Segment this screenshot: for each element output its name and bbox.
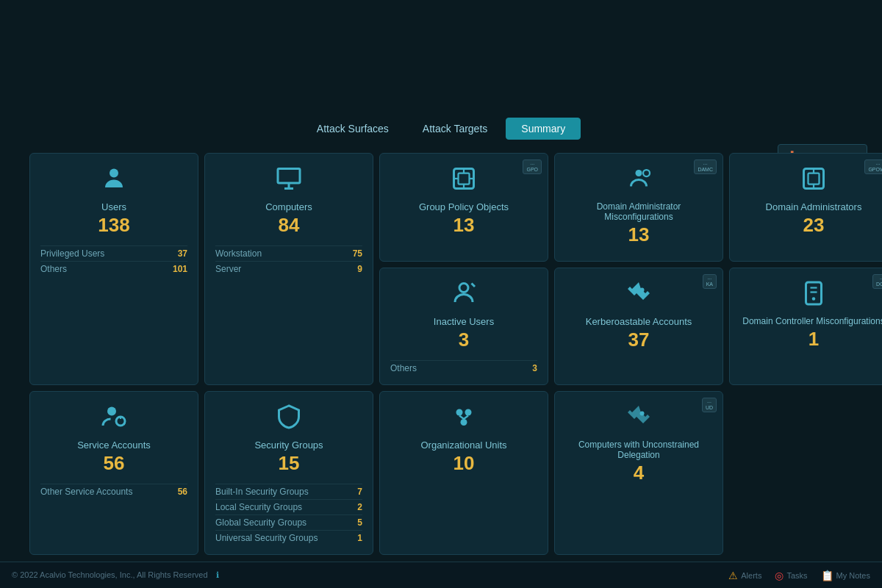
gpo-icon: [451, 165, 477, 197]
card-computers[interactable]: Computers 84 Workstation 75 Server 9: [204, 153, 373, 385]
card-users-rows: Privileged Users 37 Others 101: [40, 245, 187, 276]
card-gpo-count: 13: [453, 214, 475, 237]
card-dc-misconfig[interactable]: ··· DCM Domain Controller Misconfigurati…: [729, 268, 882, 385]
domain-admins-icon: [800, 165, 827, 197]
card-kerb-count: 37: [628, 329, 650, 351]
svg-rect-19: [806, 282, 822, 304]
svg-point-20: [812, 297, 816, 301]
card-sg-count: 15: [279, 452, 300, 475]
card-dcm-count: 1: [808, 328, 819, 351]
gpo-badge: ··· GPO: [523, 159, 542, 174]
card-dcm-title: Domain Controller Misconfigurations: [742, 316, 882, 326]
ou-icon: [451, 404, 477, 435]
card-row-value: 5: [357, 517, 362, 528]
card-users[interactable]: Users 138 Privileged Users 37 Others 101: [29, 153, 198, 385]
card-row-label: Server: [215, 264, 241, 274]
card-security-groups[interactable]: Security Groups 15 Built-In Security Gro…: [204, 391, 373, 555]
card-inactive-title: Inactive Users: [434, 316, 494, 327]
card-row: Others 3: [390, 360, 537, 376]
card-row-value: 7: [357, 487, 362, 497]
svg-rect-5: [459, 173, 470, 184]
tab-summary[interactable]: Summary: [506, 118, 581, 140]
card-domain-admin-misconfig[interactable]: ··· DAMC Domain Administrator Misconfigu…: [554, 153, 723, 262]
footer: © 2022 Acalvio Technologies, Inc., All R…: [0, 562, 882, 588]
tasks-button[interactable]: ◎ Tasks: [775, 570, 807, 581]
tab-attack-targets[interactable]: Attack Targets: [407, 118, 503, 140]
footer-copyright: © 2022 Acalvio Technologies, Inc., All R…: [12, 570, 219, 580]
svg-point-32: [640, 412, 645, 416]
card-sa-rows: Other Service Accounts 56: [40, 484, 187, 499]
info-icon[interactable]: ℹ: [216, 570, 219, 579]
card-ud-title: Computers with Unconstrained Delegation: [565, 440, 712, 460]
card-ou-title: Organizational Units: [420, 440, 506, 451]
dashboard: Users 138 Privileged Users 37 Others 101: [7, 153, 875, 555]
dc-misconfig-icon: [800, 280, 827, 312]
card-ou[interactable]: Organizational Units 10: [379, 391, 548, 555]
alerts-button[interactable]: ⚠ Alerts: [728, 570, 761, 581]
damc-badge: ··· DAMC: [694, 159, 717, 174]
svg-point-29: [461, 419, 467, 426]
card-row: Global Security Groups 5: [215, 514, 362, 530]
service-account-icon: [101, 404, 127, 435]
svg-line-17: [472, 284, 476, 287]
card-row-label: Privileged Users: [40, 248, 104, 259]
svg-point-28: [465, 409, 472, 416]
user-icon: [101, 165, 127, 197]
kerberoastable-icon: [625, 280, 652, 312]
tab-attack-surfaces[interactable]: Attack Surfaces: [301, 118, 404, 140]
card-row-label: Built-In Security Groups: [215, 487, 309, 497]
card-users-title: Users: [101, 201, 126, 212]
card-row: Others 101: [40, 261, 187, 276]
card-sa-count: 56: [104, 452, 125, 475]
svg-point-27: [456, 409, 463, 416]
card-row: Built-In Security Groups 7: [215, 484, 362, 499]
card-row: Local Security Groups 2: [215, 499, 362, 514]
card-admins-title: Domain Administrators: [766, 201, 862, 212]
ka-badge: ··· KA: [703, 274, 717, 289]
card-sg-rows: Built-In Security Groups 7 Local Securit…: [215, 484, 362, 545]
alert-icon: ⚠: [728, 570, 738, 581]
svg-point-10: [636, 170, 642, 176]
card-ud-count: 4: [634, 462, 644, 484]
card-row-label: Local Security Groups: [215, 502, 302, 512]
card-service-accounts[interactable]: Service Accounts 56 Other Service Accoun…: [29, 391, 198, 555]
svg-line-26: [123, 423, 125, 425]
gpowa-badge: ··· GPOWA: [864, 159, 882, 174]
card-row-label: Universal Security Groups: [215, 533, 318, 543]
card-row-value: 9: [357, 264, 362, 274]
card-unconstrained[interactable]: ··· UD Computers with Unconstrained Dele…: [554, 391, 723, 555]
card-damc-title: Domain Administrator Misconfigurations: [565, 201, 712, 222]
card-inactive-count: 3: [459, 329, 469, 351]
svg-rect-1: [278, 169, 300, 184]
svg-point-16: [459, 284, 468, 293]
dcm-badge: ··· DCM: [872, 274, 882, 289]
card-gpo-title: Group Policy Objects: [419, 201, 509, 212]
card-row-value: 3: [532, 363, 537, 373]
card-row-value: 37: [178, 248, 187, 259]
card-row: Server 9: [215, 261, 362, 276]
svg-rect-13: [808, 173, 820, 184]
card-row-label: Others: [40, 264, 67, 274]
card-computers-count: 84: [279, 214, 300, 237]
notes-button[interactable]: 📋 My Notes: [821, 570, 870, 581]
card-row-label: Other Service Accounts: [40, 487, 132, 497]
card-admins-count: 23: [803, 214, 825, 237]
card-ou-count: 10: [453, 452, 475, 475]
card-row-value: 2: [357, 502, 362, 512]
alerts-label: Alerts: [741, 571, 761, 580]
card-kerb-title: Kerberoastable Accounts: [586, 316, 692, 327]
card-row-value: 75: [353, 248, 362, 259]
card-kerberoastable[interactable]: ··· KA Kerberoastable Accounts 37: [554, 268, 723, 385]
ud-badge: ··· UD: [702, 398, 717, 412]
card-gpo[interactable]: ··· GPO Group Policy Objects 13: [379, 153, 548, 262]
svg-point-23: [107, 407, 116, 416]
svg-point-0: [110, 169, 118, 178]
card-inactive-users[interactable]: Inactive Users 3 Others 3: [379, 268, 548, 385]
card-computers-rows: Workstation 75 Server 9: [215, 245, 362, 276]
admin-misconfig-icon: [625, 165, 652, 197]
card-domain-admins[interactable]: ··· GPOWA Domain Administrators 23: [729, 153, 882, 262]
card-row: Universal Security Groups 1: [215, 530, 362, 545]
card-computers-title: Computers: [265, 201, 312, 212]
card-row-label: Others: [390, 363, 417, 373]
card-row-value: 56: [178, 487, 187, 497]
